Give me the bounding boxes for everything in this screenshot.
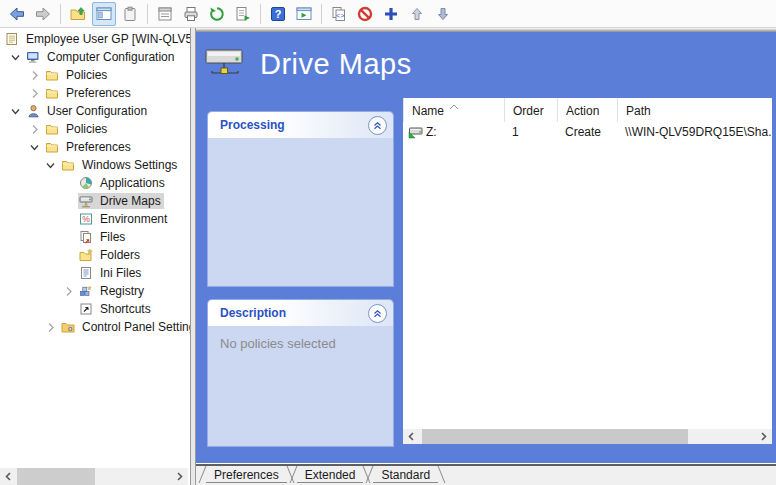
folders-icon — [78, 248, 94, 262]
new-window-icon[interactable] — [292, 2, 316, 26]
folder-icon — [44, 122, 60, 136]
description-panel-header: Description — [208, 300, 393, 326]
applications-icon — [78, 176, 94, 190]
scroll-left-icon[interactable] — [0, 468, 17, 485]
refresh-icon[interactable] — [205, 2, 229, 26]
drive-maps-icon — [78, 194, 94, 208]
scroll-right-icon[interactable] — [171, 468, 188, 485]
tab-border — [206, 482, 287, 483]
tree-item-files[interactable]: Files — [0, 228, 190, 246]
cell-action: Create — [557, 125, 617, 139]
move-up-icon[interactable] — [405, 2, 429, 26]
tab-border — [297, 482, 364, 483]
tree-item-computer-preferences[interactable]: Preferences — [0, 84, 190, 102]
tree-item-label: Folders — [97, 247, 143, 263]
tree-item-user-preferences[interactable]: Preferences — [0, 138, 190, 156]
copy-xml-icon[interactable]: <> — [327, 2, 351, 26]
tree-item-label: Employee User GP [WIN-QLV59I — [23, 31, 190, 47]
tree-item-folders[interactable]: Folders — [0, 246, 190, 264]
table-row[interactable]: Z: 1 Create \\WIN-QLV59DRQ15E\Sha.. — [403, 122, 772, 142]
tree-item-label: Control Panel Setting — [79, 319, 190, 335]
show-console-tree-icon[interactable] — [92, 2, 116, 26]
tree-item-label: Files — [97, 229, 128, 245]
svg-text:<>: <> — [336, 12, 344, 19]
chevron-expanded-icon[interactable] — [24, 140, 44, 154]
chevron-collapsed-icon[interactable] — [24, 86, 44, 100]
results-pane: Drive Maps Processing Description — [196, 28, 776, 485]
tab-label: Standard — [381, 468, 430, 482]
column-header-path[interactable]: Path — [617, 98, 772, 122]
tree-item-user-configuration[interactable]: User Configuration — [0, 102, 190, 120]
svg-text:%: % — [82, 214, 90, 224]
description-panel-title: Description — [220, 306, 286, 320]
gpmc-editor-window: ? <> Employee User GP [WIN-QLV59I — [0, 0, 776, 485]
tree-item-windows-settings[interactable]: Windows Settings — [0, 156, 190, 174]
tree-item-control-panel-settings[interactable]: Control Panel Setting — [0, 318, 190, 336]
tab-label: Preferences — [214, 468, 279, 482]
tree-item-label: Ini Files — [97, 265, 144, 281]
block-icon[interactable] — [353, 2, 377, 26]
files-icon — [78, 230, 94, 244]
tree-item-registry[interactable]: Registry — [0, 282, 190, 300]
chevron-collapsed-icon[interactable] — [58, 284, 78, 298]
tree-item-ini-files[interactable]: Ini Files — [0, 264, 190, 282]
shortcuts-icon — [78, 302, 94, 316]
drive-maps-header-icon — [204, 47, 248, 81]
scrollbar-thumb[interactable] — [422, 429, 688, 444]
list-horizontal-scrollbar[interactable] — [403, 429, 772, 444]
print-icon[interactable] — [179, 2, 203, 26]
column-header-action[interactable]: Action — [557, 98, 617, 122]
collapse-chevrons-icon[interactable] — [368, 304, 387, 323]
cell-order: 1 — [504, 125, 557, 139]
chevron-collapsed-icon[interactable] — [24, 122, 44, 136]
tree-item-shortcuts[interactable]: Shortcuts — [0, 300, 190, 318]
up-one-level-icon[interactable] — [66, 2, 90, 26]
folder-icon — [60, 158, 76, 172]
column-header-order[interactable]: Order — [504, 98, 557, 122]
collapse-chevrons-icon[interactable] — [368, 116, 387, 135]
chevron-collapsed-icon[interactable] — [24, 68, 44, 82]
tree-item-environment[interactable]: % Environment — [0, 210, 190, 228]
chevron-collapsed-icon[interactable] — [40, 320, 60, 334]
clipboard-icon[interactable] — [118, 2, 142, 26]
tree-horizontal-scrollbar[interactable] — [0, 468, 188, 485]
tree-item-user-policies[interactable]: Policies — [0, 120, 190, 138]
tree-item-computer-configuration[interactable]: Computer Configuration — [0, 48, 190, 66]
tab-standard[interactable]: Standard — [365, 466, 446, 483]
description-panel: Description No policies selected — [208, 300, 393, 446]
back-icon[interactable] — [5, 2, 29, 26]
export-list-icon[interactable] — [231, 2, 255, 26]
tree-item-label: Applications — [97, 175, 168, 191]
registry-icon — [78, 284, 94, 298]
tab-extended[interactable]: Extended — [289, 466, 372, 483]
environment-icon: % — [78, 212, 94, 226]
move-down-icon[interactable] — [431, 2, 455, 26]
tree-item-label: Shortcuts — [97, 301, 154, 317]
chevron-expanded-icon[interactable] — [40, 158, 60, 172]
page-title: Drive Maps — [260, 48, 412, 81]
scroll-left-icon[interactable] — [403, 429, 420, 444]
chevron-expanded-icon[interactable] — [5, 50, 25, 64]
view-tabstrip: Preferences Extended Standard — [196, 466, 776, 485]
properties-icon[interactable] — [153, 2, 177, 26]
tree-item-label: Registry — [97, 283, 147, 299]
computer-icon — [25, 50, 41, 64]
tree-item-computer-policies[interactable]: Policies — [0, 66, 190, 84]
help-icon[interactable]: ? — [266, 2, 290, 26]
tree-item-drive-maps[interactable]: Drive Maps — [0, 192, 190, 210]
tree-item-label: Policies — [63, 67, 110, 83]
tree-item-applications[interactable]: Applications — [0, 174, 190, 192]
drive-maps-view: Drive Maps Processing Description — [196, 32, 776, 463]
forward-icon[interactable] — [31, 2, 55, 26]
tree-item-gpo-root[interactable]: Employee User GP [WIN-QLV59I — [0, 30, 190, 48]
tree-item-label: Environment — [97, 211, 170, 227]
tab-preferences[interactable]: Preferences — [198, 466, 295, 483]
tree-item-label: Preferences — [63, 139, 134, 155]
tree-item-label: User Configuration — [44, 103, 150, 119]
chevron-expanded-icon[interactable] — [5, 104, 25, 118]
column-header-name[interactable]: Name — [403, 98, 504, 122]
tree-item-label: Computer Configuration — [44, 49, 177, 65]
add-icon[interactable] — [379, 2, 403, 26]
scrollbar-thumb[interactable] — [17, 468, 95, 485]
scroll-right-icon[interactable] — [755, 429, 772, 444]
